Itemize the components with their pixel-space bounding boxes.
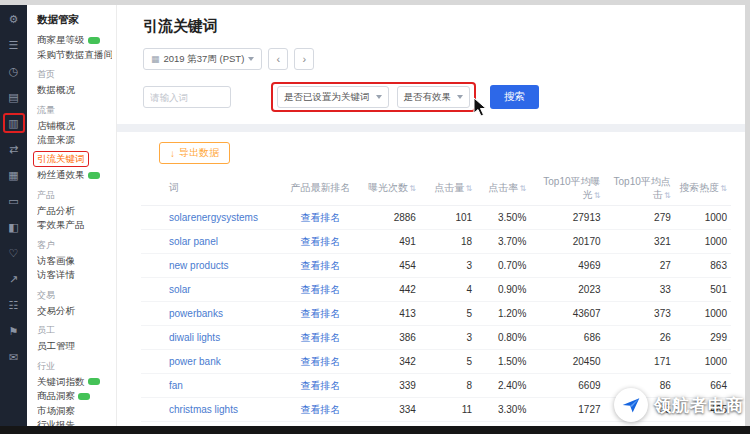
- box-icon[interactable]: ◧: [5, 220, 23, 234]
- clicks-cell: 4: [420, 278, 476, 302]
- keyword-cell[interactable]: diwali lights: [141, 326, 283, 350]
- search-heat-cell: 1000: [675, 230, 731, 254]
- search-button[interactable]: 搜索: [490, 85, 539, 109]
- view-rank-link[interactable]: 查看排名: [301, 284, 341, 295]
- ctr-cell: 0.80%: [476, 326, 530, 350]
- sidebar-item[interactable]: 访客画像: [37, 254, 112, 269]
- column-header[interactable]: Top10平均曝光⇅: [530, 172, 604, 206]
- flag-icon[interactable]: ⚑: [5, 324, 23, 338]
- sort-icon[interactable]: ⇅: [409, 184, 416, 193]
- sidebar-item[interactable]: 员工管理: [37, 339, 112, 354]
- sidebar-item-label: 行业报告: [37, 418, 75, 426]
- view-rank-link[interactable]: 查看排名: [301, 308, 341, 319]
- exchange-icon[interactable]: ⇄: [5, 142, 23, 156]
- keyword-search-input[interactable]: [143, 86, 231, 108]
- view-rank-link[interactable]: 查看排名: [301, 236, 341, 247]
- ctr-cell: 3.30%: [476, 398, 530, 422]
- impressions-cell: 2886: [358, 206, 420, 230]
- sidebar-item[interactable]: 商品洞察: [37, 389, 112, 404]
- search-heat-cell: 863: [675, 254, 731, 278]
- keyword-cell[interactable]: power bank: [141, 350, 283, 374]
- column-header[interactable]: Top10平均点击⇅: [605, 172, 675, 206]
- keyword-cell[interactable]: solarenergysystems: [141, 206, 283, 230]
- users-icon[interactable]: ☷: [5, 298, 23, 312]
- view-rank-link[interactable]: 查看排名: [301, 212, 341, 223]
- keyword-cell[interactable]: solar: [141, 278, 283, 302]
- search-heat-cell: 299: [675, 326, 731, 350]
- page-title: 引流关键词: [143, 17, 731, 36]
- view-rank-link[interactable]: 查看排名: [301, 332, 341, 343]
- sidebar-item[interactable]: 零效果产品: [37, 218, 112, 233]
- grid-icon[interactable]: ▦: [5, 168, 23, 182]
- view-rank-link[interactable]: 查看排名: [301, 404, 341, 415]
- menu-icon[interactable]: ☰: [5, 38, 23, 52]
- week-selector[interactable]: ▦ 2019 第37周 (PST): [143, 48, 262, 70]
- sidebar-item[interactable]: 流量来源: [37, 133, 112, 148]
- chart-icon[interactable]: ▥: [3, 113, 25, 133]
- mail-icon[interactable]: ✉: [5, 350, 23, 364]
- rank-cell: 查看排名: [283, 278, 357, 302]
- top10-impressions-cell: 1727: [530, 398, 604, 422]
- keyword-set-select[interactable]: 是否已设置为关键词: [277, 86, 389, 108]
- view-rank-link[interactable]: 查看排名: [301, 260, 341, 271]
- sidebar-item-label: 市场洞察: [37, 404, 75, 419]
- sidebar-item[interactable]: 粉丝通效果: [37, 168, 112, 183]
- keyword-cell[interactable]: new products: [141, 254, 283, 278]
- rank-cell: 查看排名: [283, 230, 357, 254]
- column-header[interactable]: 曝光次数⇅: [358, 172, 420, 206]
- monitor-icon[interactable]: ▭: [5, 194, 23, 208]
- column-header[interactable]: 点击量⇅: [420, 172, 476, 206]
- column-header[interactable]: 点击率⇅: [476, 172, 530, 206]
- sidebar-item[interactable]: 行业报告: [37, 418, 112, 426]
- search-heat-cell: 1000: [675, 206, 731, 230]
- sidebar-item-label: 商品洞察: [37, 389, 75, 404]
- sidebar-item-label: 访客画像: [37, 254, 75, 269]
- keyword-cell[interactable]: solar panel: [141, 230, 283, 254]
- clicks-cell: 3: [420, 326, 476, 350]
- document-icon[interactable]: ▤: [5, 90, 23, 104]
- sidebar-item[interactable]: 店铺概况: [37, 119, 112, 134]
- gear-icon[interactable]: ⚙: [5, 12, 23, 26]
- keyword-cell[interactable]: christmas lights: [141, 398, 283, 422]
- sidebar-item-label: 店铺概况: [37, 119, 75, 134]
- column-header[interactable]: 搜索热度⇅: [675, 172, 731, 206]
- top10-clicks-cell: 26: [605, 326, 675, 350]
- sidebar-item-label: 采购节数据直播间: [37, 48, 112, 63]
- sidebar-item-label: 零效果产品: [37, 218, 85, 233]
- rank-cell: 查看排名: [283, 326, 357, 350]
- view-rank-link[interactable]: 查看排名: [301, 356, 341, 367]
- clock-icon[interactable]: ◷: [5, 64, 23, 78]
- impressions-cell: 454: [358, 254, 420, 278]
- effective-select[interactable]: 是否有效果: [397, 86, 471, 108]
- sort-icon[interactable]: ⇅: [594, 191, 601, 200]
- sidebar-item[interactable]: 关键词指数: [37, 375, 112, 390]
- sort-icon[interactable]: ⇅: [520, 184, 527, 193]
- sidebar-item[interactable]: 市场洞察: [37, 404, 112, 419]
- export-data-button[interactable]: ↓ 导出数据: [159, 142, 230, 164]
- impressions-cell: 491: [358, 230, 420, 254]
- top10-impressions-cell: 20170: [530, 230, 604, 254]
- sidebar-item[interactable]: 商家星等级: [37, 33, 112, 48]
- sort-icon[interactable]: ⇅: [465, 184, 472, 193]
- keyword-cell[interactable]: powerbanks: [141, 302, 283, 326]
- sort-icon[interactable]: ⇅: [664, 191, 671, 200]
- sidebar-item[interactable]: 数据概况: [37, 83, 112, 98]
- new-badge: [88, 37, 100, 44]
- table-row: power bank查看排名34251.50%204501711000: [141, 350, 731, 374]
- sidebar-item[interactable]: 产品分析: [37, 204, 112, 219]
- top10-impressions-cell: 20450: [530, 350, 604, 374]
- heart-icon[interactable]: ♡: [5, 246, 23, 260]
- sort-icon[interactable]: ⇅: [720, 184, 727, 193]
- share-icon[interactable]: ↗: [5, 272, 23, 286]
- prev-week-button[interactable]: ‹: [268, 48, 288, 70]
- sidebar-item[interactable]: 访客详情: [37, 268, 112, 283]
- sidebar-item[interactable]: 采购节数据直播间: [37, 48, 112, 63]
- top10-impressions-cell: 6609: [530, 374, 604, 398]
- week-selector-label: 2019 第37周 (PST): [164, 53, 245, 66]
- keyword-cell[interactable]: fan: [141, 374, 283, 398]
- sidebar-item[interactable]: 交易分析: [37, 304, 112, 319]
- sidebar-item[interactable]: 引流关键词: [33, 151, 89, 168]
- next-week-button[interactable]: ›: [294, 48, 314, 70]
- view-rank-link[interactable]: 查看排名: [301, 380, 341, 391]
- filter-row: 是否已设置为关键词 是否有效果 搜索: [143, 82, 731, 112]
